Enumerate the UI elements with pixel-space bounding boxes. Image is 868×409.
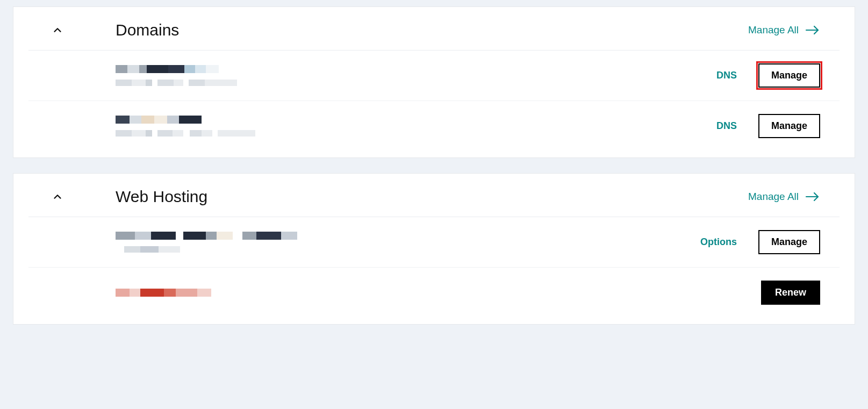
domains-title: Domains <box>116 21 748 39</box>
hosting-row: Renew <box>28 268 840 318</box>
arrow-right-icon <box>805 191 820 202</box>
hosting-info-redacted <box>116 289 761 297</box>
hosting-title: Web Hosting <box>116 188 748 206</box>
hosting-row: Options Manage <box>28 217 840 268</box>
domains-header: Domains Manage All <box>28 7 840 51</box>
domains-manage-all-link[interactable]: Manage All <box>748 24 820 36</box>
domain-row: DNS Manage <box>28 101 840 151</box>
domain-row-actions: DNS Manage <box>716 63 820 88</box>
chevron-up-icon <box>52 191 63 203</box>
renew-button[interactable]: Renew <box>761 281 820 305</box>
hosting-collapse-toggle[interactable] <box>48 191 67 203</box>
manage-button[interactable]: Manage <box>758 114 820 138</box>
domain-info-redacted <box>116 116 716 137</box>
chevron-up-icon <box>52 24 63 36</box>
arrow-right-icon <box>805 25 820 35</box>
manage-all-label: Manage All <box>748 24 799 36</box>
hosting-card: Web Hosting Manage All <box>13 173 855 325</box>
hosting-row-actions: Options Manage <box>700 230 820 254</box>
manage-all-label: Manage All <box>748 191 799 203</box>
domain-info-redacted <box>116 65 716 86</box>
manage-button[interactable]: Manage <box>758 63 820 88</box>
hosting-row-actions: Renew <box>761 281 820 305</box>
manage-button[interactable]: Manage <box>758 230 820 254</box>
domains-card: Domains Manage All <box>13 6 855 158</box>
dns-link[interactable]: DNS <box>716 120 737 132</box>
dns-link[interactable]: DNS <box>716 70 737 81</box>
domain-row-actions: DNS Manage <box>716 114 820 138</box>
hosting-info-redacted <box>116 232 700 253</box>
domain-row: DNS Manage <box>28 51 840 101</box>
domains-collapse-toggle[interactable] <box>48 24 67 36</box>
hosting-manage-all-link[interactable]: Manage All <box>748 191 820 203</box>
hosting-header: Web Hosting Manage All <box>28 174 840 217</box>
options-link[interactable]: Options <box>700 236 737 248</box>
